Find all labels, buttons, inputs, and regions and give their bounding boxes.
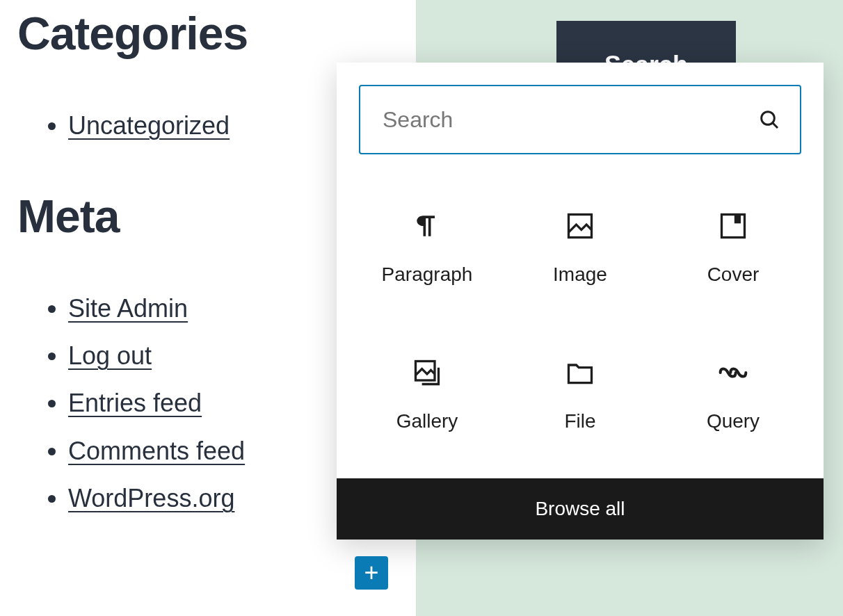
meta-link-site-admin[interactable]: Site Admin <box>68 294 188 323</box>
block-item-image[interactable]: Image <box>504 175 657 322</box>
block-item-query[interactable]: Query <box>657 322 810 469</box>
svg-rect-3 <box>722 215 745 238</box>
query-icon <box>718 357 748 388</box>
file-icon <box>565 357 595 388</box>
svg-line-1 <box>773 123 778 128</box>
block-inserter-panel: Paragraph Image Cover <box>337 63 824 540</box>
meta-link-comments-feed[interactable]: Comments feed <box>68 437 245 465</box>
search-input[interactable] <box>383 107 758 133</box>
inserter-search-field[interactable] <box>359 85 801 154</box>
browse-all-label: Browse all <box>535 498 625 520</box>
cover-icon <box>718 211 748 241</box>
block-label: Cover <box>707 264 760 286</box>
paragraph-icon <box>412 211 442 241</box>
svg-point-0 <box>762 112 775 125</box>
gallery-icon <box>412 357 442 388</box>
svg-rect-4 <box>734 215 741 224</box>
block-item-cover[interactable]: Cover <box>657 175 810 322</box>
meta-link-log-out[interactable]: Log out <box>68 341 152 370</box>
meta-link-entries-feed[interactable]: Entries feed <box>68 389 202 417</box>
meta-link-wordpress-org[interactable]: WordPress.org <box>68 484 234 512</box>
inserter-search-wrap <box>337 63 824 154</box>
block-item-paragraph[interactable]: Paragraph <box>351 175 504 322</box>
block-grid: Paragraph Image Cover <box>337 154 824 478</box>
block-label: Paragraph <box>382 264 473 286</box>
block-label: File <box>564 410 595 432</box>
block-label: Gallery <box>396 410 458 432</box>
category-link-uncategorized[interactable]: Uncategorized <box>68 111 230 140</box>
search-icon <box>758 108 780 131</box>
plus-icon: + <box>364 560 378 585</box>
add-block-button[interactable]: + <box>355 556 388 590</box>
image-icon <box>565 211 595 241</box>
categories-heading: Categories <box>17 8 416 59</box>
block-label: Image <box>553 264 607 286</box>
block-label: Query <box>707 410 760 432</box>
block-item-file[interactable]: File <box>504 322 657 469</box>
browse-all-button[interactable]: Browse all <box>337 478 824 540</box>
block-item-gallery[interactable]: Gallery <box>351 322 504 469</box>
